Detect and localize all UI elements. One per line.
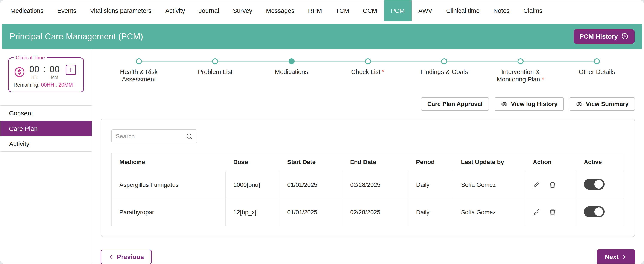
remaining-label: Remaining: [14, 82, 40, 88]
care-plan-approval-button[interactable]: Care Plan Approval [421, 97, 489, 111]
step-intervention-monitoring-plan[interactable]: Intervention & Monitoring Plan * [482, 58, 559, 83]
medications-table-wrap: Medicine Dose Start Date End Date Period… [112, 153, 624, 226]
pcm-history-button-label: PCM History [580, 33, 618, 40]
sidebar-item-care-plan[interactable]: Care Plan [0, 121, 92, 136]
view-log-history-label: View log History [511, 101, 558, 107]
care-plan-approval-label: Care Plan Approval [428, 101, 482, 107]
footer-nav: Previous Next [101, 250, 635, 264]
page: Medications Events Vital signs parameter… [0, 0, 644, 264]
cell-last-update-by: Sofia Gomez [453, 199, 525, 226]
step-other-details[interactable]: Other Details [558, 58, 635, 83]
remaining-value: 00HH : 20MM [41, 82, 73, 88]
delete-icon[interactable] [549, 181, 556, 189]
step-label: Check List [351, 68, 380, 75]
care-plan-stepper: Health & Risk Assessment Problem List Me… [101, 58, 635, 83]
nav-item-clinical-time[interactable]: Clinical time [439, 0, 486, 21]
step-problem-list[interactable]: Problem List [177, 58, 254, 83]
step-check-list[interactable]: Check List * [330, 58, 406, 83]
nav-item-claims[interactable]: Claims [516, 0, 549, 21]
active-toggle[interactable] [584, 179, 604, 190]
chevron-left-icon [108, 254, 114, 260]
nav-item-pcm[interactable]: PCM [384, 0, 412, 21]
sidebar-menu: Consent Care Plan Activity [0, 105, 92, 152]
medications-card: Medicine Dose Start Date End Date Period… [101, 119, 635, 237]
nav-item-events[interactable]: Events [50, 0, 83, 21]
col-header-start-date: Start Date [280, 153, 342, 171]
cell-dose: 1000[pnu] [226, 171, 279, 199]
step-circle [212, 58, 218, 64]
step-medications[interactable]: Medications [253, 58, 330, 83]
cell-medicine: Parathyropar [112, 199, 226, 226]
minutes-value: 00 [50, 64, 60, 74]
edit-icon[interactable] [533, 209, 540, 216]
eye-icon [576, 101, 583, 107]
next-button[interactable]: Next [597, 250, 635, 264]
col-header-end-date: End Date [342, 153, 408, 171]
previous-button[interactable]: Previous [101, 250, 152, 264]
clinical-time-clock-icon [14, 66, 26, 78]
nav-item-awv[interactable]: AWV [412, 0, 439, 21]
view-summary-label: View Summary [586, 101, 628, 107]
step-label: Problem List [198, 68, 232, 75]
search-icon[interactable] [186, 133, 193, 140]
col-header-action: Action [525, 153, 576, 171]
nav-item-journal[interactable]: Journal [192, 0, 226, 21]
step-label: Intervention & Monitoring Plan [497, 68, 540, 83]
step-circle [365, 58, 371, 64]
history-icon [621, 33, 628, 40]
toggle-knob [594, 180, 603, 189]
step-circle [518, 58, 524, 64]
view-log-history-button[interactable]: View log History [494, 97, 564, 111]
search-box [112, 129, 197, 143]
nav-item-tcm[interactable]: TCM [329, 0, 356, 21]
cell-end-date: 02/28/2025 [342, 171, 408, 199]
next-button-label: Next [605, 253, 619, 261]
time-colon: : [43, 64, 46, 74]
nav-item-ccm[interactable]: CCM [356, 0, 384, 21]
step-circle [594, 58, 600, 64]
medications-table: Medicine Dose Start Date End Date Period… [112, 153, 624, 226]
step-label: Other Details [579, 68, 615, 75]
sidebar-item-consent[interactable]: Consent [0, 105, 92, 121]
search-input[interactable] [116, 133, 186, 140]
chevron-right-icon [621, 254, 627, 260]
nav-item-survey[interactable]: Survey [226, 0, 259, 21]
add-time-button[interactable]: + [66, 65, 76, 75]
active-toggle[interactable] [584, 206, 604, 217]
clinical-time-minutes: 00 MM [50, 64, 60, 80]
step-circle [288, 58, 294, 64]
table-row: Aspergillus Fumigatus 1000[pnu] 01/01/20… [112, 171, 624, 199]
cell-start-date: 01/01/2025 [280, 199, 342, 226]
step-health-risk-assessment[interactable]: Health & Risk Assessment [101, 58, 177, 83]
cell-end-date: 02/28/2025 [342, 199, 408, 226]
edit-icon[interactable] [533, 181, 540, 189]
nav-item-rpm[interactable]: RPM [301, 0, 329, 21]
view-summary-button[interactable]: View Summary [570, 97, 635, 111]
top-nav: Medications Events Vital signs parameter… [0, 0, 644, 21]
nav-item-vital-signs-parameters[interactable]: Vital signs parameters [83, 0, 158, 21]
cell-start-date: 01/01/2025 [280, 171, 342, 199]
content-area: Clinical Time 00 HH : [0, 49, 644, 264]
pcm-header-bar: Principal Care Management (PCM) PCM Hist… [2, 24, 642, 49]
nav-item-activity[interactable]: Activity [158, 0, 192, 21]
required-asterisk: * [380, 68, 384, 75]
toolbar: Care Plan Approval View log History [101, 97, 635, 111]
cell-last-update-by: Sofia Gomez [453, 171, 525, 199]
col-header-dose: Dose [226, 153, 279, 171]
step-findings-goals[interactable]: Findings & Goals [406, 58, 482, 83]
pcm-history-button[interactable]: PCM History [574, 29, 634, 43]
nav-item-notes[interactable]: Notes [486, 0, 516, 21]
clinical-time-widget: Clinical Time 00 HH : [8, 57, 84, 92]
hours-value: 00 [30, 64, 40, 74]
required-asterisk: * [540, 76, 544, 83]
sidebar-item-activity[interactable]: Activity [0, 136, 92, 152]
cell-period: Daily [408, 171, 453, 199]
nav-item-medications[interactable]: Medications [4, 0, 50, 21]
page-title: Principal Care Management (PCM) [10, 32, 143, 41]
clinical-time-hours: 00 HH [30, 64, 40, 80]
step-circle [136, 58, 142, 64]
cell-action [525, 171, 576, 199]
eye-icon [501, 101, 508, 107]
nav-item-messages[interactable]: Messages [259, 0, 301, 21]
delete-icon[interactable] [549, 209, 556, 216]
